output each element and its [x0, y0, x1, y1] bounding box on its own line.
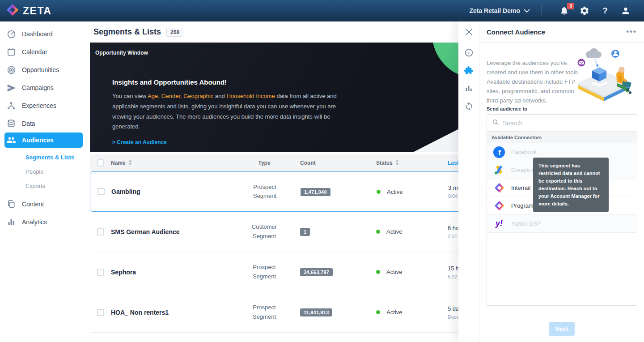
close-icon[interactable]: [458, 21, 479, 43]
count-badge: 11,841,813: [300, 308, 332, 316]
banner-green-circle: [432, 43, 461, 78]
count-badge: 1: [300, 228, 310, 236]
highlight-income: Household Income: [226, 93, 275, 99]
segment-type: Customer Segment: [241, 222, 288, 240]
sidebar-item-content[interactable]: Content: [0, 195, 87, 213]
sidebar-item-label: Calendar: [22, 48, 47, 56]
sidebar-item-data[interactable]: Data: [0, 115, 87, 133]
status-dot: [376, 270, 380, 274]
sort-icon[interactable]: [128, 160, 132, 167]
restricted-data-tooltip: This segment has restricted data and can…: [533, 158, 609, 212]
sync-icon[interactable]: [463, 101, 474, 111]
sidebar-item-label: Experiences: [22, 102, 56, 109]
table-row[interactable]: HOA_ Non renters1 Prospect Segment 11,84…: [90, 292, 519, 333]
navbar-right: Zeta Retail Demo 3 ?: [469, 5, 644, 17]
connector-list-header: Available Connectors: [487, 131, 637, 143]
connector-label: Internal: [511, 184, 530, 191]
send-audience-label: Send audience to: [487, 106, 527, 111]
column-header-name[interactable]: Name: [111, 160, 126, 166]
hierarchy-icon: [6, 100, 17, 111]
bar-chart-icon[interactable]: [463, 83, 474, 94]
status-label: Active: [387, 188, 402, 195]
sidebar-item-analytics[interactable]: Analytics: [0, 213, 87, 231]
account-name: Zeta Retail Demo: [469, 7, 520, 14]
total-count-badge: 268: [166, 28, 183, 37]
sort-icon[interactable]: [395, 160, 399, 167]
panel-title: Connect Audience: [487, 28, 545, 36]
zeta-diamond-icon: [493, 200, 505, 212]
column-header-status[interactable]: Status: [376, 160, 393, 166]
account-switcher[interactable]: Zeta Retail Demo: [469, 7, 530, 14]
puzzle-icon[interactable]: [463, 65, 474, 76]
panel-header: Connect Audience •••: [479, 21, 644, 43]
notifications-button[interactable]: 3: [559, 5, 569, 16]
table-row[interactable]: Sephora Prospect Segment 34,663,797 Acti…: [90, 252, 519, 292]
notification-badge: 3: [567, 3, 574, 9]
connector-label: Yahoo DSP: [511, 220, 541, 227]
sidebar-item-dashboard[interactable]: Dashboard: [0, 25, 87, 43]
segment-type: Prospect Segment: [241, 263, 288, 281]
help-button[interactable]: ?: [600, 5, 610, 16]
bar-chart-icon: [6, 217, 17, 227]
status-label: Active: [386, 228, 402, 235]
yahoo-icon: y!: [493, 218, 505, 230]
segment-name[interactable]: HOA_ Non renters1: [111, 309, 169, 316]
sidebar-subitem-exports[interactable]: Exports: [0, 179, 87, 193]
zeta-diamond-icon: [6, 4, 19, 18]
info-icon[interactable]: [463, 47, 474, 58]
table-header-row: Name Type Count Status Last Mo: [90, 154, 519, 171]
row-checkbox[interactable]: [97, 228, 104, 235]
target-icon: [6, 64, 17, 75]
search-icon: [492, 119, 499, 127]
copy-icon: [6, 199, 17, 209]
next-button[interactable]: Next: [549, 322, 575, 336]
main-content: Segments & Lists 268 Opportunity Window …: [87, 21, 458, 342]
calendar-icon: [6, 47, 17, 57]
status-label: Active: [386, 309, 402, 316]
segment-name[interactable]: Sephora: [111, 269, 136, 276]
row-checkbox[interactable]: [97, 269, 104, 276]
row-checkbox[interactable]: [97, 188, 105, 195]
gauge-icon: [6, 29, 17, 39]
segments-table: Name Type Count Status Last Mo Gambling …: [90, 154, 458, 333]
column-header-type[interactable]: Type: [258, 160, 270, 166]
facebook-icon: f: [493, 146, 505, 158]
select-all-checkbox[interactable]: [97, 159, 104, 167]
zeta-logo[interactable]: ZETA: [0, 4, 51, 18]
count-badge: 34,663,797: [300, 268, 333, 276]
create-audience-link[interactable]: > Create an Audience: [112, 139, 167, 145]
search-input[interactable]: [503, 120, 614, 127]
sidebar-item-audiences[interactable]: Audiences: [4, 133, 83, 148]
google-ads-icon: [493, 164, 505, 176]
status-dot: [377, 190, 381, 194]
question-mark-icon: ?: [602, 6, 608, 16]
settings-button[interactable]: [579, 5, 590, 16]
status-label: Active: [386, 269, 402, 275]
sidebar-item-label: Campaigns: [22, 84, 54, 91]
person-icon: [621, 6, 631, 16]
sidebar-item-opportunities[interactable]: Opportunities: [0, 61, 87, 79]
segment-name[interactable]: SMS German Audience: [111, 228, 180, 235]
status-dot: [376, 230, 380, 234]
column-header-count[interactable]: Count: [300, 160, 316, 166]
sidebar-item-calendar[interactable]: Calendar: [0, 43, 87, 61]
profile-button[interactable]: [620, 5, 631, 16]
chevron-down-icon: [524, 7, 530, 14]
sidebar-item-campaigns[interactable]: Campaigns: [0, 79, 87, 97]
segment-name[interactable]: Gambling: [111, 188, 140, 195]
brand-text: ZETA: [23, 5, 51, 17]
sidebar-subitem-people[interactable]: People: [0, 164, 87, 179]
page-title: Segments & Lists: [93, 27, 161, 37]
sidebar-subitem-segments-lists[interactable]: Segments & Lists: [0, 150, 87, 164]
sidebar-item-experiences[interactable]: Experiences: [0, 97, 87, 115]
app-root: ZETA Zeta Retail Demo 3: [0, 0, 644, 342]
banner-body: You can view Age, Gender, Geographic and…: [112, 91, 345, 132]
sidebar-item-label: Audiences: [22, 137, 54, 144]
table-row[interactable]: SMS German Audience Customer Segment 1 A…: [90, 212, 519, 252]
connector-search[interactable]: [487, 115, 637, 131]
row-checkbox[interactable]: [97, 309, 104, 316]
ellipsis-menu-icon[interactable]: •••: [626, 30, 637, 34]
table-row[interactable]: Gambling Prospect Segment 1,471,040 Acti…: [90, 171, 519, 212]
page-header: Segments & Lists 268: [87, 21, 458, 43]
send-icon: [6, 82, 17, 93]
